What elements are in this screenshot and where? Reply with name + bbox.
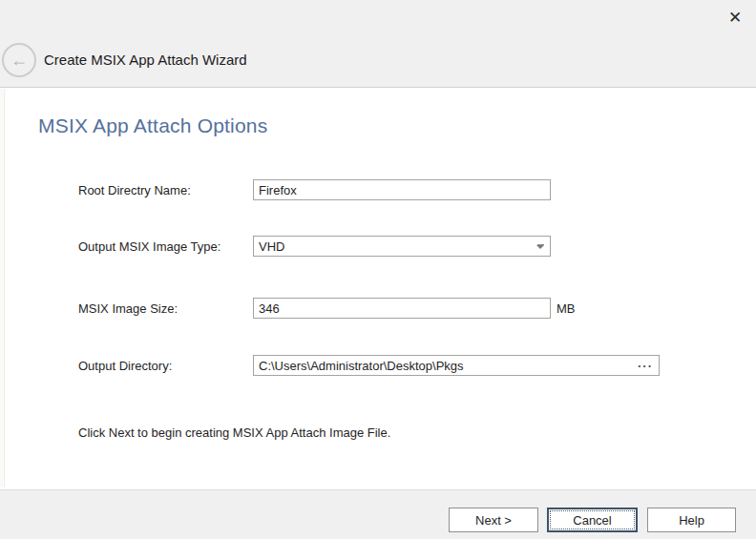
image-type-label: Output MSIX Image Type: <box>78 239 220 255</box>
image-size-input[interactable] <box>253 298 551 319</box>
chevron-down-icon <box>531 244 550 249</box>
next-instruction-text: Click Next to begin creating MSIX App At… <box>78 425 390 440</box>
output-directory-input[interactable] <box>253 355 660 376</box>
msix-wizard-dialog: ✕ ← Create MSIX App Attach Wizard MSIX A… <box>0 0 756 539</box>
root-directory-label: Root Directry Name: <box>78 183 191 198</box>
image-type-dropdown[interactable]: VHD <box>253 236 551 257</box>
help-button[interactable]: Help <box>647 508 736 532</box>
next-button[interactable]: Next > <box>449 508 538 532</box>
back-arrow-icon[interactable]: ← <box>2 43 36 77</box>
wizard-header: ✕ ← Create MSIX App Attach Wizard <box>0 0 756 88</box>
output-directory-label: Output Directory: <box>78 359 172 374</box>
wizard-content: MSIX App Attach Options Root Directry Na… <box>0 89 756 489</box>
wizard-footer: Next > Cancel Help <box>0 489 756 539</box>
wizard-title: Create MSIX App Attach Wizard <box>44 52 247 68</box>
root-directory-input[interactable] <box>253 179 551 200</box>
close-icon[interactable]: ✕ <box>724 6 746 29</box>
image-type-selected-value: VHD <box>254 239 531 254</box>
cancel-button[interactable]: Cancel <box>547 508 638 532</box>
page-title: MSIX App Attach Options <box>38 114 267 137</box>
image-size-label: MSIX Image Size: <box>78 301 178 317</box>
left-edge-strip <box>0 89 5 487</box>
browse-ellipsis-icon[interactable]: ··· <box>634 355 657 376</box>
image-size-unit: MB <box>556 301 576 316</box>
